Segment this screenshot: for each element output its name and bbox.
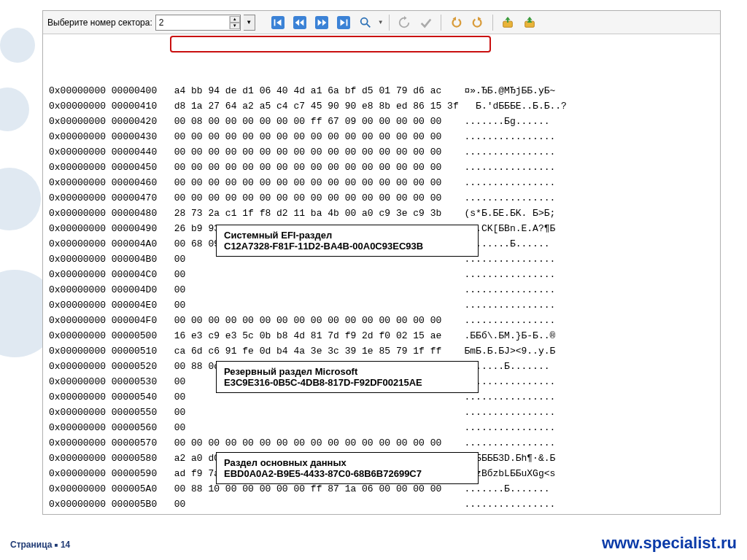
sector-dropdown[interactable]: ▼ bbox=[244, 15, 255, 31]
svg-marker-23 bbox=[527, 16, 532, 20]
apply-button[interactable] bbox=[417, 14, 436, 31]
zoom-button[interactable] bbox=[356, 14, 375, 31]
toolbar: Выберите номер сектора: ▲ ▼ ▼ ▼ bbox=[43, 11, 720, 34]
import-button[interactable] bbox=[498, 14, 517, 31]
page-footer: Страница ■ 14 bbox=[10, 540, 70, 550]
hex-scroll-pane[interactable]: 0x00000000 00000400 a4 bb 94 de d1 06 40… bbox=[43, 34, 720, 514]
sector-spin-down[interactable]: ▼ bbox=[230, 23, 240, 29]
undo-button[interactable] bbox=[446, 14, 465, 31]
sector-label: Выберите номер сектора: bbox=[47, 18, 152, 28]
next-button[interactable] bbox=[312, 14, 331, 31]
sector-input[interactable] bbox=[156, 16, 229, 29]
sector-input-wrap: ▲ ▼ bbox=[155, 15, 241, 31]
prev-button[interactable] bbox=[290, 14, 309, 31]
export-button[interactable] bbox=[520, 14, 539, 31]
svg-rect-19 bbox=[507, 19, 508, 23]
svg-point-12 bbox=[360, 18, 367, 24]
last-button[interactable] bbox=[334, 14, 353, 31]
site-url: www.specialist.ru bbox=[602, 534, 737, 553]
sector-spin-up[interactable]: ▲ bbox=[230, 16, 240, 23]
svg-line-13 bbox=[367, 23, 371, 27]
refresh-button[interactable] bbox=[395, 14, 414, 31]
hex-viewer-window: Выберите номер сектора: ▲ ▼ ▼ ▼ 0x000000… bbox=[42, 10, 721, 515]
svg-rect-11 bbox=[346, 19, 347, 26]
highlight-box bbox=[170, 36, 491, 52]
redo-button[interactable] bbox=[468, 14, 487, 31]
hex-body: 0x00000000 00000400 a4 bb 94 de d1 06 40… bbox=[43, 34, 720, 514]
first-button[interactable] bbox=[268, 14, 287, 31]
hex-rows: 0x00000000 00000400 a4 bb 94 de d1 06 40… bbox=[49, 83, 714, 514]
svg-marker-14 bbox=[404, 16, 407, 20]
zoom-dropdown-icon[interactable]: ▼ bbox=[378, 19, 384, 26]
svg-rect-1 bbox=[274, 19, 275, 26]
